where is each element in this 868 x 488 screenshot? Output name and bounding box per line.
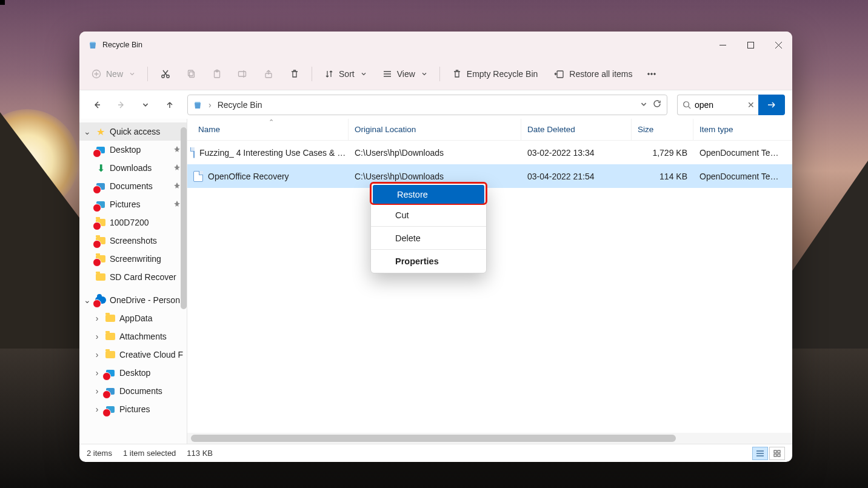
- empty-recycle-bin-button[interactable]: Empty Recycle Bin: [446, 63, 544, 85]
- sidebar-item[interactable]: Screenshots: [79, 232, 187, 250]
- svg-point-24: [653, 73, 655, 75]
- collapse-icon[interactable]: ⌄: [83, 127, 92, 136]
- view-button[interactable]: View: [376, 63, 433, 85]
- folder-icon: [95, 272, 106, 282]
- minimize-button[interactable]: [709, 32, 736, 58]
- horizontal-scrollbar[interactable]: [187, 433, 792, 444]
- file-name: Fuzzing_ 4 Interesting Use Cases & …: [199, 148, 346, 158]
- copy-button[interactable]: [181, 63, 202, 85]
- recent-locations-button[interactable]: [135, 95, 156, 115]
- sidebar-item[interactable]: SD Card Recover: [79, 268, 187, 286]
- paste-button[interactable]: [206, 63, 228, 85]
- pictures-icon: [95, 199, 106, 210]
- sidebar-item-label: AppData: [119, 313, 152, 323]
- sidebar-item[interactable]: › AppData: [79, 309, 187, 327]
- file-original-location: C:\Users\hp\Downloads: [349, 148, 521, 158]
- file-list-pane: ⌃ Name Original Location Date Deleted Si…: [187, 119, 792, 444]
- rename-button[interactable]: [232, 63, 255, 85]
- separator: [371, 226, 486, 227]
- sidebar-item[interactable]: › Documents: [79, 382, 187, 400]
- breadcrumb-location[interactable]: Recycle Bin: [218, 100, 262, 110]
- screen-corner: [0, 0, 5, 5]
- up-button[interactable]: [159, 95, 180, 115]
- sidebar-item[interactable]: › Creative Cloud F: [79, 346, 187, 364]
- details-view-button[interactable]: [752, 447, 768, 460]
- svg-point-22: [647, 73, 649, 75]
- scrollbar-thumb[interactable]: [191, 435, 676, 442]
- restore-all-label: Restore all items: [569, 69, 632, 79]
- cut-button[interactable]: [154, 63, 177, 85]
- file-row[interactable]: Fuzzing_ 4 Interesting Use Cases & … C:\…: [187, 141, 792, 164]
- expand-icon[interactable]: ›: [93, 404, 101, 414]
- search-input[interactable]: [695, 100, 731, 110]
- document-icon: [193, 171, 203, 182]
- sidebar-item[interactable]: ⬇ Downloads: [79, 159, 187, 177]
- column-size[interactable]: Size: [632, 119, 693, 140]
- forward-button[interactable]: [111, 95, 132, 115]
- context-restore[interactable]: Restore: [373, 185, 484, 204]
- onedrive-node[interactable]: ⌄ OneDrive - Person: [79, 291, 187, 309]
- empty-label: Empty Recycle Bin: [467, 69, 538, 79]
- expand-icon[interactable]: ›: [93, 350, 101, 359]
- close-button[interactable]: [764, 32, 792, 58]
- sidebar-scrollbar[interactable]: [181, 127, 187, 309]
- file-size: 114 KB: [632, 172, 693, 181]
- sidebar-item[interactable]: › Desktop: [79, 364, 187, 382]
- column-date-deleted[interactable]: Date Deleted: [521, 119, 632, 140]
- status-selection: 1 item selected: [123, 449, 176, 458]
- svg-rect-33: [778, 454, 780, 456]
- back-button[interactable]: [87, 95, 107, 115]
- share-button[interactable]: [258, 63, 280, 85]
- new-label: New: [106, 69, 123, 79]
- pin-icon: [173, 145, 181, 155]
- context-delete[interactable]: Delete: [371, 227, 486, 249]
- search-box[interactable]: ✕: [677, 95, 758, 115]
- context-properties[interactable]: Properties: [371, 250, 486, 272]
- search-icon: [683, 101, 691, 109]
- quick-access-node[interactable]: ⌄ ★ Quick access: [79, 122, 187, 141]
- sidebar-item-label: Desktop: [119, 368, 150, 378]
- titlebar[interactable]: Recycle Bin: [79, 32, 792, 58]
- sidebar-item-label: Documents: [110, 181, 153, 191]
- column-name[interactable]: Name: [187, 119, 349, 140]
- collapse-icon[interactable]: ⌄: [83, 295, 92, 305]
- delete-button[interactable]: [284, 63, 305, 85]
- refresh-button[interactable]: [652, 99, 662, 110]
- search-go-button[interactable]: [758, 95, 785, 115]
- sidebar-item[interactable]: Desktop: [79, 141, 187, 159]
- file-row[interactable]: OpenOffice Recovery C:\Users\hp\Download…: [187, 164, 792, 188]
- status-item-count: 2 items: [87, 449, 112, 458]
- sidebar-item[interactable]: › Attachments: [79, 327, 187, 346]
- thumbnails-view-button[interactable]: [769, 447, 785, 460]
- sidebar-item-label: Documents: [119, 386, 162, 396]
- sidebar-item[interactable]: › Pictures: [79, 400, 187, 418]
- pictures-icon: [105, 404, 116, 415]
- separator: [439, 67, 440, 81]
- sidebar-item[interactable]: Pictures: [79, 195, 187, 213]
- sidebar-item[interactable]: 100D7200: [79, 213, 187, 232]
- navigation-pane[interactable]: ⌄ ★ Quick access Desktop ⬇ Downloads Doc…: [79, 119, 187, 444]
- context-cut[interactable]: Cut: [371, 204, 486, 226]
- new-button[interactable]: New: [85, 63, 141, 85]
- sort-button[interactable]: Sort: [318, 63, 373, 85]
- sidebar-item-label: Downloads: [110, 163, 152, 173]
- file-date-deleted: 03-02-2022 13:34: [521, 148, 632, 158]
- sidebar-item[interactable]: Documents: [79, 177, 187, 195]
- column-headers: Name Original Location Date Deleted Size…: [187, 119, 792, 141]
- expand-icon[interactable]: ›: [93, 332, 101, 341]
- maximize-button[interactable]: [736, 32, 764, 58]
- sidebar-item[interactable]: Screenwriting: [79, 250, 187, 268]
- expand-icon[interactable]: ›: [93, 313, 101, 323]
- more-button[interactable]: [643, 63, 661, 85]
- address-chevron-icon[interactable]: [640, 100, 647, 110]
- document-icon: [193, 147, 195, 158]
- restore-all-button[interactable]: Restore all items: [547, 63, 638, 85]
- clear-search-button[interactable]: ✕: [747, 100, 755, 110]
- address-bar[interactable]: › Recycle Bin: [187, 95, 667, 115]
- expand-icon[interactable]: ›: [93, 368, 101, 378]
- expand-icon[interactable]: ›: [93, 386, 101, 396]
- column-original-location[interactable]: Original Location: [349, 119, 521, 140]
- context-menu: Restore Cut Delete Properties: [370, 182, 487, 273]
- documents-icon: [105, 386, 116, 396]
- column-item-type[interactable]: Item type: [693, 119, 792, 140]
